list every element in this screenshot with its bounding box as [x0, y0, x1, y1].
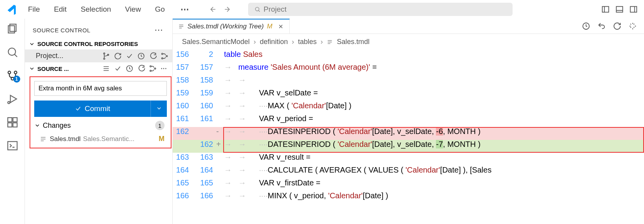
svg-point-0 — [255, 7, 259, 11]
svg-point-16 — [103, 53, 105, 54]
breadcrumb[interactable]: Sales.SemanticModel › definition › table… — [173, 34, 644, 50]
commit-button[interactable]: Commit — [34, 101, 150, 117]
file-name: Sales.tmdl — [50, 135, 80, 143]
svg-rect-4 — [10, 24, 16, 32]
breadcrumb-item[interactable]: definition — [260, 38, 288, 46]
commit-dropdown-button[interactable] — [150, 101, 167, 117]
svg-point-10 — [8, 102, 10, 104]
editor-tab[interactable]: Sales.tmdl (Working Tree) M — [173, 19, 290, 34]
changed-file-row[interactable]: Sales.tmdl Sales.Semantic... M — [34, 132, 167, 145]
branch-icon[interactable] — [102, 52, 110, 60]
more-icon[interactable]: ⋯ — [161, 65, 168, 72]
project-row[interactable]: Project... — [25, 49, 172, 62]
svg-rect-13 — [13, 123, 17, 127]
changes-label: Changes — [43, 122, 71, 130]
svg-point-21 — [162, 58, 163, 59]
search-icon — [254, 6, 261, 12]
extensions-icon[interactable] — [6, 116, 19, 129]
code-editor[interactable]: 1562table Sales157157→ measure 'Sales Am… — [173, 50, 644, 204]
scm-badge: 1 — [13, 76, 20, 83]
changes-header[interactable]: Changes 1 — [34, 117, 167, 132]
revert-icon[interactable] — [597, 22, 606, 30]
source-control-section[interactable]: SOURCE ... ⋯ — [25, 62, 172, 75]
check-icon[interactable] — [126, 52, 133, 60]
svg-point-20 — [162, 53, 163, 54]
command-center[interactable] — [248, 3, 513, 16]
check-icon — [75, 105, 82, 112]
svg-point-24 — [150, 66, 151, 67]
svg-point-8 — [14, 71, 17, 74]
nav-back-icon[interactable] — [209, 5, 217, 13]
commit-message-input[interactable] — [34, 81, 167, 96]
toggle-primary-sidebar-icon[interactable] — [601, 5, 610, 14]
svg-rect-15 — [8, 141, 17, 150]
svg-point-6 — [8, 48, 16, 55]
repositories-section[interactable]: SOURCE CONTROL REPOSITORIES — [25, 38, 172, 49]
svg-point-25 — [150, 70, 151, 71]
chevron-down-icon — [29, 41, 35, 47]
svg-point-17 — [103, 58, 105, 59]
toggle-secondary-sidebar-icon[interactable] — [629, 5, 638, 14]
svg-rect-2 — [616, 7, 623, 12]
history-icon[interactable] — [137, 52, 145, 60]
sync-icon[interactable] — [114, 52, 122, 60]
graph-icon[interactable] — [149, 65, 157, 72]
stage-icon[interactable] — [613, 22, 621, 30]
svg-rect-14 — [13, 118, 17, 122]
svg-point-7 — [8, 71, 10, 74]
menu-file[interactable]: File — [25, 4, 43, 15]
terminal-icon[interactable] — [6, 139, 19, 152]
svg-rect-11 — [8, 118, 12, 122]
svg-point-26 — [154, 68, 156, 69]
activity-bar: 1 — [0, 19, 25, 224]
chevron-down-icon — [156, 105, 162, 111]
history-icon[interactable] — [582, 22, 590, 30]
chevron-right-icon: › — [292, 38, 294, 46]
vscode-logo-icon — [6, 4, 17, 15]
menu-go[interactable]: Go — [152, 4, 168, 15]
explorer-icon[interactable] — [6, 23, 19, 35]
file-icon — [40, 136, 47, 143]
chevron-right-icon: › — [320, 38, 323, 46]
file-icon — [178, 23, 184, 30]
menu-selection[interactable]: Selection — [77, 4, 114, 15]
source-control-icon[interactable]: 1 — [6, 69, 19, 82]
file-icon — [327, 39, 333, 45]
chevron-down-icon — [34, 122, 40, 129]
file-status-badge: M — [159, 135, 164, 143]
refresh-icon[interactable] — [149, 52, 157, 60]
chevron-right-icon: › — [254, 38, 256, 46]
history-icon[interactable] — [126, 65, 133, 72]
search-icon[interactable] — [6, 46, 19, 58]
close-icon[interactable] — [278, 23, 284, 30]
file-path: Sales.Semantic... — [83, 135, 134, 143]
tab-status: M — [267, 23, 272, 30]
menu-more-icon[interactable]: ⋯ — [176, 4, 194, 14]
view-as-tree-icon[interactable] — [102, 65, 110, 72]
title-bar: File Edit Selection View Go ⋯ — [0, 0, 644, 19]
tab-label: Sales.tmdl (Working Tree) — [187, 23, 264, 30]
panel-more-icon[interactable]: ⋯ — [154, 25, 163, 35]
toggle-panel-icon[interactable] — [615, 5, 624, 14]
graph-icon[interactable] — [161, 52, 168, 60]
source-control-panel: SOURCE CONTROL ⋯ SOURCE CONTROL REPOSITO… — [25, 19, 173, 224]
menu-view[interactable]: View — [122, 4, 144, 15]
refresh-icon[interactable] — [137, 65, 145, 72]
svg-rect-3 — [630, 7, 637, 12]
menu-edit[interactable]: Edit — [51, 4, 70, 15]
commit-button-label: Commit — [85, 104, 110, 113]
breadcrumb-item[interactable]: tables — [298, 38, 317, 46]
breadcrumb-item[interactable]: Sales.tmdl — [337, 38, 369, 46]
panel-title: SOURCE CONTROL — [33, 27, 91, 34]
more-icon[interactable] — [628, 22, 637, 30]
changes-count-badge: 1 — [155, 121, 164, 130]
svg-rect-1 — [602, 7, 609, 12]
search-input[interactable] — [264, 5, 506, 14]
svg-rect-12 — [8, 123, 12, 127]
nav-forward-icon[interactable] — [223, 5, 231, 13]
section-label: SOURCE ... — [37, 65, 69, 72]
run-debug-icon[interactable] — [6, 93, 19, 105]
check-icon[interactable] — [114, 65, 122, 72]
svg-rect-5 — [8, 26, 14, 33]
breadcrumb-item[interactable]: Sales.SemanticModel — [182, 38, 250, 46]
